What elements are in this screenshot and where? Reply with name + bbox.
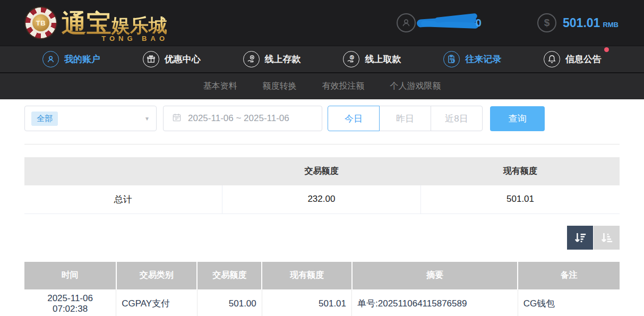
brand-title: 通宝娱乐城 TONG BAO [62, 11, 169, 36]
records-col-remarks: 备注 [518, 262, 620, 289]
records-col-time: 时间 [24, 262, 116, 289]
record-time: 2025-11-06 07:02:38 [24, 289, 116, 316]
dollar-icon: $ [537, 13, 556, 32]
nav-label: 线上存款 [265, 53, 301, 65]
nav-item-promotions[interactable]: 优惠中心 [143, 51, 201, 67]
search-button[interactable]: 查询 [490, 106, 545, 131]
brand-logo[interactable]: TB 通宝娱乐城 TONG BAO [25, 7, 169, 38]
type-select-value: 全部 [31, 112, 58, 126]
summary-total-current-balance: 501.01 [421, 185, 620, 213]
gift-icon [143, 51, 159, 67]
summary-total-transaction-amount: 232.00 [222, 185, 420, 213]
bell-icon [544, 51, 560, 67]
sort-controls [24, 226, 620, 250]
brand-title-main: 通宝 [62, 9, 111, 37]
chip-monogram: TB [32, 14, 49, 31]
username-redaction-scribble [419, 16, 480, 30]
svg-text:$: $ [351, 55, 353, 59]
filter-toolbar: 全部 ▼ 2025-11-06 ~ 2025-11-06 今日 昨日 近8日 查… [24, 106, 620, 131]
summary-col-transaction-amount: 交易额度 [222, 157, 420, 185]
range-button-last-8-days[interactable]: 近8日 [431, 106, 483, 131]
clipboard-clock-icon [443, 51, 460, 67]
subnav-item-credit-transfer[interactable]: 额度转换 [263, 81, 297, 92]
records-col-current-balance: 现有额度 [262, 262, 351, 289]
quick-range-group: 今日 昨日 近8日 [328, 106, 483, 131]
balance-amount: 501.01 [563, 16, 600, 30]
brand-title-rest: 娱乐城 [111, 15, 167, 36]
record-current-balance: 501.01 [262, 289, 351, 316]
summary-total-row: 总计 232.00 501.01 [24, 185, 620, 213]
nav-label: 优惠中心 [165, 53, 201, 65]
nav-item-deposit[interactable]: 线上存款 [243, 51, 301, 67]
nav-label: 我的账户 [64, 53, 100, 65]
record-transaction-amount: 501.00 [197, 289, 262, 316]
nav-label: 往来记录 [465, 53, 501, 65]
top-header: TB 通宝娱乐城 TONG BAO 0 $ [0, 0, 644, 46]
subnav-item-game-limits[interactable]: 个人游戏限额 [390, 81, 441, 92]
account-icon [42, 51, 59, 67]
main-content: 全部 ▼ 2025-11-06 ~ 2025-11-06 今日 昨日 近8日 查… [0, 99, 644, 316]
withdraw-hand-coin-icon: $ [343, 51, 359, 67]
nav-label: 线上取款 [365, 53, 401, 65]
type-select[interactable]: 全部 ▼ [24, 106, 157, 131]
sort-descending-button[interactable] [567, 226, 593, 250]
nav-item-withdraw[interactable]: $ 线上取款 [343, 51, 401, 67]
chevron-down-icon: ▼ [144, 116, 150, 122]
summary-col-current-balance: 现有额度 [421, 157, 620, 185]
nav-item-notices[interactable]: 信息公告 [544, 51, 602, 67]
summary-total-label: 总计 [24, 185, 222, 213]
casino-chip-icon: TB [25, 7, 56, 38]
table-row: 2025-11-06 07:02:38 CGPAY支付 501.00 501.0… [24, 289, 620, 316]
records-table: 时间 交易类别 交易额度 现有额度 摘要 备注 2025-11-06 07:02… [24, 262, 620, 316]
summary-table: 交易额度 现有额度 总计 232.00 501.01 [24, 157, 620, 214]
date-range-value: 2025-11-06 ~ 2025-11-06 [188, 113, 289, 124]
main-nav: 我的账户 优惠中心 线上存款 $ [0, 46, 644, 72]
range-button-today[interactable]: 今日 [328, 106, 380, 131]
username-visible-suffix: 0 [475, 16, 482, 29]
balance-currency: RMB [603, 21, 619, 29]
summary-col-blank [24, 157, 222, 185]
section-divider [24, 144, 620, 144]
nav-item-my-account[interactable]: 我的账户 [42, 51, 100, 67]
subnav-item-profile[interactable]: 基本资料 [203, 81, 237, 92]
record-type: CGPAY支付 [116, 289, 197, 316]
subnav-item-valid-bets[interactable]: 有效投注额 [322, 81, 365, 92]
records-header-row: 时间 交易类别 交易额度 现有额度 摘要 备注 [24, 262, 620, 289]
sort-descending-icon [573, 230, 587, 245]
user-account[interactable]: 0 [397, 13, 482, 32]
brand-subtitle: TONG BAO [101, 35, 168, 42]
summary-header-row: 交易额度 现有额度 [24, 157, 620, 185]
nav-item-records[interactable]: 往来记录 [443, 51, 501, 67]
record-summary: 单号:202511064115876589 [352, 289, 518, 316]
records-col-summary: 摘要 [352, 262, 518, 289]
nav-label: 信息公告 [565, 53, 602, 65]
records-col-transaction-amount: 交易额度 [197, 262, 262, 289]
calendar-icon [171, 112, 182, 125]
record-remarks: CG钱包 [518, 289, 620, 316]
deposit-hand-coin-icon [243, 51, 260, 67]
sort-ascending-icon [599, 230, 614, 245]
balance-display[interactable]: $ 501.01RMB [537, 13, 619, 32]
user-avatar-icon [397, 13, 416, 32]
range-button-yesterday[interactable]: 昨日 [379, 106, 431, 131]
records-col-type: 交易类别 [116, 262, 197, 289]
notification-dot [604, 47, 609, 52]
sort-ascending-button[interactable] [594, 226, 620, 250]
date-range-input[interactable]: 2025-11-06 ~ 2025-11-06 [163, 106, 322, 131]
sub-nav: 基本资料 额度转换 有效投注额 个人游戏限额 [0, 72, 644, 99]
